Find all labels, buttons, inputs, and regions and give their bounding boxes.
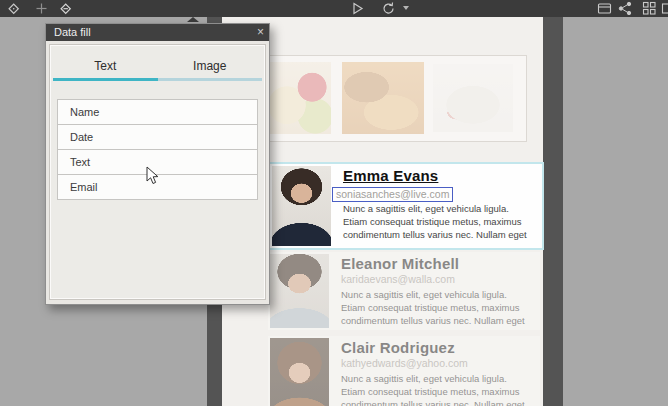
contact-photo[interactable]	[270, 254, 329, 328]
top-toolbar	[0, 0, 668, 17]
description-line: condimentum tellus varius nec. Nullam eg…	[341, 314, 525, 327]
grid-icon[interactable]	[642, 1, 657, 16]
food-image-bread[interactable]	[342, 62, 424, 134]
inactive-tab-indicator	[158, 78, 263, 81]
contact-card-selected[interactable]: Emma Evans soniasanches@live.com Nunc a …	[268, 162, 544, 250]
app-window: Emma Evans soniasanches@live.com Nunc a …	[0, 0, 668, 406]
description-line: Etiam consequat tristique metus, maximus	[341, 385, 525, 398]
panel-title: Data fill	[54, 26, 91, 38]
food-image-plate[interactable]	[433, 64, 513, 132]
contact-email-selected[interactable]: soniasanches@live.com	[332, 187, 453, 202]
contact-email[interactable]: kathyedwards@yahoo.com	[341, 357, 468, 369]
contact-photo[interactable]	[270, 338, 329, 406]
tab-underline	[53, 78, 262, 81]
share-icon[interactable]	[618, 1, 633, 16]
description-line: Etiam consequat tristique metus, maximus	[341, 301, 525, 314]
contact-photo[interactable]	[272, 166, 331, 246]
contact-name[interactable]: Clair Rodriguez	[341, 339, 455, 356]
list-item-name[interactable]: Name	[57, 99, 258, 125]
widget-library-icon[interactable]	[6, 1, 21, 16]
description-line: Nunc a sagittis elit, eget vehicula ligu…	[341, 288, 525, 301]
food-image-pastries[interactable]	[268, 62, 331, 134]
contact-description[interactable]: Nunc a sagittis elit, eget vehicula ligu…	[341, 288, 525, 327]
mouse-cursor	[146, 166, 160, 190]
contact-description[interactable]: Nunc a sagittis elit, eget vehicula ligu…	[341, 372, 525, 406]
tab-image[interactable]: Image	[158, 56, 263, 78]
canvas-pointer-arrow	[187, 17, 199, 22]
tab-text[interactable]: Text	[53, 56, 158, 78]
data-fill-tabs: Text Image	[53, 56, 262, 78]
description-line: condimentum tellus varius nec. Nullam eg…	[341, 398, 525, 406]
list-item-date[interactable]: Date	[57, 124, 258, 150]
data-fill-panel-titlebar[interactable]: Data fill ×	[46, 24, 269, 41]
add-icon[interactable]	[34, 1, 49, 16]
close-icon[interactable]: ×	[257, 24, 264, 41]
data-fill-panel: Data fill × Text Image Name Date Text Em…	[45, 23, 270, 305]
description-line: Etiam consequat tristique metus, maximus	[343, 215, 527, 228]
contact-name[interactable]: Emma Evans	[343, 167, 438, 184]
description-line: Nunc a sagittis elit, eget vehicula ligu…	[343, 202, 527, 215]
active-tab-indicator	[53, 78, 158, 81]
contact-description[interactable]: Nunc a sagittis elit, eget vehicula ligu…	[343, 202, 527, 241]
data-fill-icon[interactable]	[58, 1, 73, 16]
contact-name[interactable]: Eleanor Mitchell	[341, 255, 459, 272]
description-line: condimentum tellus varius nec. Nullam eg…	[343, 228, 527, 241]
image-carousel-widget[interactable]	[267, 55, 527, 142]
contact-card[interactable]: Eleanor Mitchell karidaevans@walla.com N…	[268, 252, 540, 330]
play-icon[interactable]	[350, 1, 365, 16]
description-line: Nunc a sagittis elit, eget vehicula ligu…	[341, 372, 525, 385]
contact-card[interactable]: Clair Rodriguez kathyedwards@yahoo.com N…	[268, 336, 540, 406]
window-icon[interactable]	[661, 1, 668, 16]
contact-email[interactable]: karidaevans@walla.com	[341, 273, 455, 285]
refresh-icon[interactable]	[381, 1, 396, 16]
panel-icon[interactable]	[597, 1, 612, 16]
